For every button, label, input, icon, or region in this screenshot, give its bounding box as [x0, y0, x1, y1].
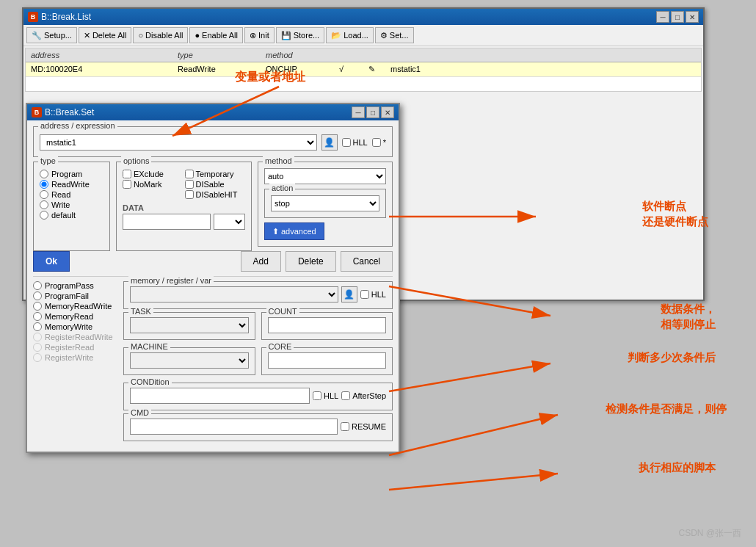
disablehit-label[interactable]: DISableHIT [185, 190, 246, 199]
count-input[interactable]: 1. [268, 317, 387, 333]
address-person-icon[interactable]: 👤 [321, 134, 338, 151]
action-select[interactable]: stop [271, 195, 379, 211]
svg-line-4 [389, 363, 550, 391]
action-group: action stop [264, 189, 386, 218]
star-checkbox[interactable] [372, 138, 381, 147]
set-icon: ⚙ [380, 31, 388, 40]
csdn-watermark: CSDN @张一西 [678, 527, 741, 540]
set-button[interactable]: ⚙ Set... [375, 27, 414, 43]
annotation-data: 数据条件，相等则停止 [661, 301, 716, 332]
cell-pencil[interactable]: ✎ [366, 64, 388, 75]
dialog-body: address / expression mstatic1 👤 HLL * [27, 120, 399, 452]
add-button[interactable]: Add [241, 251, 281, 272]
load-button[interactable]: 📂 Load... [326, 27, 374, 43]
delete-button[interactable]: Delete [286, 251, 336, 272]
type-read[interactable]: Read [40, 190, 103, 199]
disable-icon: ○ [138, 31, 143, 40]
delete-all-button[interactable]: ✕ Delete All [79, 27, 131, 43]
minimize-button[interactable]: ─ [656, 11, 669, 23]
options-group-label: options [121, 156, 151, 165]
options-group: options EXclude Temporary NoMark DISable… [116, 162, 252, 251]
exclude-label[interactable]: EXclude [123, 170, 183, 178]
data-group: DATA [123, 203, 245, 214]
dialog-restore-btn[interactable]: □ [366, 106, 379, 118]
advanced-inner: ProgramPass ProgramFail MemoryReadWrite … [33, 281, 393, 446]
cmd-label: CMD [128, 408, 151, 417]
data-select[interactable] [214, 214, 245, 230]
data-input[interactable] [123, 214, 211, 230]
break-list-icon: B [28, 12, 38, 22]
delete-icon: ✕ [84, 31, 90, 40]
store-button[interactable]: 💾 Store... [276, 27, 324, 43]
star-label[interactable]: * [372, 138, 386, 147]
advanced-section: ProgramPass ProgramFail MemoryReadWrite … [33, 276, 393, 446]
disable-all-button[interactable]: ○ Disable All [133, 27, 188, 43]
col-edit [366, 50, 388, 60]
temporary-label[interactable]: Temporary [185, 170, 246, 178]
advanced-icon: ⬆ [272, 227, 279, 236]
cond-hll-label[interactable]: HLL [313, 391, 338, 400]
disable-label[interactable]: DISable [185, 180, 246, 189]
program-pass[interactable]: ProgramPass [33, 281, 117, 290]
address-input[interactable]: mstatic1 [40, 134, 317, 151]
table-row[interactable]: MD:100020E4 ReadWrite ONCHIP √ ✎ mstatic… [26, 62, 701, 77]
condition-label: CONDition [128, 377, 172, 386]
dialog-close-btn[interactable]: ✕ [381, 106, 394, 118]
load-icon: 📂 [331, 31, 341, 40]
col-address: address [29, 50, 175, 60]
close-button[interactable]: ✕ [686, 11, 699, 23]
init-button[interactable]: ⊗ Init [244, 27, 275, 43]
cmd-input[interactable] [130, 419, 338, 435]
main-options-row: type Program ReadWrite Read Write defaul… [33, 162, 393, 251]
core-input[interactable] [268, 352, 387, 369]
nomark-label[interactable]: NoMark [123, 180, 183, 189]
type-default[interactable]: default [40, 211, 103, 220]
ok-button[interactable]: Ok [33, 251, 70, 272]
hll-label[interactable]: HLL [342, 138, 368, 147]
task-group: TASK [123, 312, 255, 340]
type-group: type Program ReadWrite Read Write defaul… [33, 162, 110, 251]
mem-reg-var-select[interactable] [130, 286, 338, 303]
cond-afterstep-label[interactable]: AfterStep [341, 391, 386, 400]
type-readwrite[interactable]: ReadWrite [40, 180, 103, 189]
hll2-label[interactable]: HLL [360, 290, 386, 299]
break-list-controls[interactable]: ─ □ ✕ [656, 11, 699, 23]
cancel-button[interactable]: Cancel [341, 251, 393, 272]
dialog-minimize-btn[interactable]: ─ [352, 106, 365, 118]
col-method: method [263, 50, 337, 60]
address-row: mstatic1 👤 HLL * [40, 134, 386, 151]
mem-reg-person-icon[interactable]: 👤 [341, 286, 357, 303]
annotation-count: 判断多少次条件后 [628, 351, 716, 365]
core-group: CORE [261, 347, 393, 375]
machine-select[interactable] [130, 352, 249, 369]
machine-core-row: MACHINE CORE [123, 347, 393, 380]
hll-checkbox[interactable] [342, 138, 351, 147]
type-column: type Program ReadWrite Read Write defaul… [33, 162, 110, 251]
break-list-toolbar: 🔧 Setup... ✕ Delete All ○ Disable All ● … [23, 25, 703, 46]
memory-read[interactable]: MemoryRead [33, 312, 117, 321]
program-fail[interactable]: ProgramFail [33, 291, 117, 300]
condition-input[interactable] [130, 388, 310, 404]
condition-group: CONDition HLL AfterStep [123, 383, 393, 410]
break-set-controls[interactable]: ─ □ ✕ [352, 106, 394, 118]
data-input-row [123, 214, 245, 230]
type-write[interactable]: Write [40, 200, 103, 209]
memory-write[interactable]: MemoryWrite [33, 322, 117, 331]
type-program[interactable]: Program [40, 170, 103, 178]
maximize-button[interactable]: □ [671, 11, 684, 23]
break-list-table: address type method MD:100020E4 ReadWrit… [25, 48, 702, 92]
mem-reg-var-row: 👤 HLL [130, 286, 386, 303]
radio-column: ProgramPass ProgramFail MemoryReadWrite … [33, 281, 117, 446]
resume-label[interactable]: RESUME [341, 422, 386, 431]
memory-rw[interactable]: MemoryReadWrite [33, 302, 117, 311]
break-set-dialog: B B::Break.Set ─ □ ✕ address / expressio… [26, 103, 400, 453]
table-header: address type method [26, 48, 701, 62]
options-grid: EXclude Temporary NoMark DISable DISable… [123, 170, 245, 199]
setup-button[interactable]: 🔧 Setup... [26, 27, 77, 43]
task-select[interactable] [130, 317, 249, 333]
method-select[interactable]: auto [264, 168, 386, 184]
enable-all-button[interactable]: ● Enable All [189, 27, 243, 43]
col-type: type [175, 50, 263, 60]
advanced-button[interactable]: ⬆ advanced [264, 222, 324, 240]
cell-address: MD:100020E4 [29, 64, 175, 75]
